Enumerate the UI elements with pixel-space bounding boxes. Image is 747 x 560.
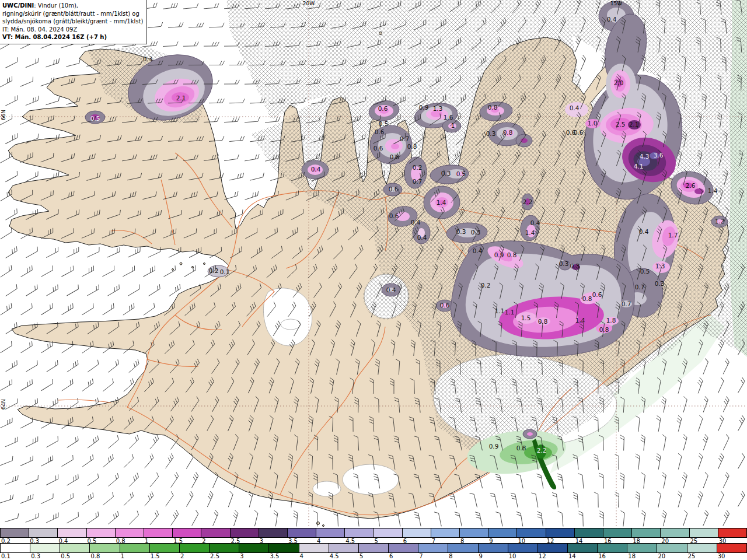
rain-scale-cell: 16 [603, 528, 632, 537]
rain-scale-cell: 0.2 [0, 528, 29, 537]
rain-scale-cell: 9 [488, 528, 517, 537]
snow-scale-tick: 0.3 [31, 554, 40, 559]
snow-scale-tick: 0.1 [1, 554, 11, 559]
snow-scale-tick: 16 [598, 554, 606, 559]
snow-scale-cell: 10 [508, 544, 538, 552]
snow-scale-cell: 0.5 [60, 544, 90, 552]
rain-scale-cell: 5 [374, 528, 402, 537]
rain-scale-cell: 1 [144, 528, 173, 537]
snow-scale-cell: 0.3 [30, 544, 60, 552]
snow-scale-tick: 10 [509, 554, 516, 559]
map-area: 0.32.10.50.42.00.60.91.31.60.80.510.41.0… [0, 0, 747, 528]
rain-scale-cell: 3 [259, 528, 288, 537]
rain-scale-cell: 18 [632, 528, 661, 537]
model-info-box: UWC/DINI: Vindur (10m), rigning/skúrir (… [0, 0, 147, 44]
rain-scale-cell: 1.5 [173, 528, 201, 537]
snow-scale-tick: 0.8 [90, 554, 100, 559]
rain-scale-cell: 0.3 [29, 528, 58, 537]
snow-scale-cell: 6 [389, 544, 418, 552]
snow-scale-cell: 16 [598, 544, 627, 552]
rain-scale-cell: 2.5 [231, 528, 259, 537]
snow-scale-cell: 5 [359, 544, 389, 552]
snow-scale-tick: 25 [688, 554, 696, 559]
snow-scale-cell: 0.1 [0, 544, 30, 552]
snow-scale-cell: 4.5 [329, 544, 359, 552]
rain-scale-cell: 12 [546, 528, 575, 537]
rain-sc scale: 0.20.30.40.50.811.522.533.544.5567891012… [0, 528, 747, 538]
rain-scale-cell: 0.8 [116, 528, 144, 537]
rain-legend-note: rigning/skúrir (grænt/blátt/rautt - mm/1… [2, 10, 143, 18]
snow-scale: 0.10.30.50.811.522.533.544.5567891012141… [0, 543, 747, 553]
snow-scale-tick: 3.5 [270, 554, 279, 559]
init-time: IT: Mán. 08. 04. 2024 09Z [2, 26, 143, 34]
snow-scale-cell: 8 [448, 544, 478, 552]
rain-scale-cell: 10 [517, 528, 546, 537]
snow-scale-tick: 30 [718, 554, 725, 559]
model-name: UWC/DINI [2, 2, 34, 9]
snow-scale-cell: 18 [627, 544, 657, 552]
snow-scale-cell: 1 [120, 544, 150, 552]
latitude-label: 66N [1, 110, 6, 120]
model-title: UWC/DINI: Vindur (10m), [2, 2, 143, 10]
snow-scale-tick: 2.5 [210, 554, 219, 559]
snow-scale-cell: 9 [479, 544, 508, 552]
snow-scale-tick: 1.5 [151, 554, 160, 559]
sleet-legend-note: slydda/snjókoma (grátt/bleikt/grænt - mm… [2, 18, 143, 26]
rain-scale-cell: 14 [575, 528, 603, 537]
snow-scale-tick: 12 [539, 554, 546, 559]
iceland-weather-map [0, 0, 747, 528]
snow-scale-tick: 2 [180, 554, 184, 559]
snow-scale-tick: 0.5 [61, 554, 70, 559]
rain-scale-cell: 25 [690, 528, 718, 537]
rain-scale-cell: 2 [201, 528, 230, 537]
snow-scale-tick: 7 [419, 554, 423, 559]
snow-scale-tick: 3 [240, 554, 243, 559]
snow-scale-cell: 3 [239, 544, 269, 552]
latitude-label: 64N [1, 399, 6, 410]
snow-scale-cell: 1.5 [150, 544, 180, 552]
rain-scale-cell: 4.5 [345, 528, 374, 537]
rain-scale-cell: 4 [316, 528, 345, 537]
snow-scale-cell: 4 [299, 544, 329, 552]
snow-scale-tick: 1 [121, 554, 124, 559]
snow-scale-cell: 14 [568, 544, 598, 552]
rain-scale-cell: 0.4 [58, 528, 86, 537]
longitude-label: 20W [303, 1, 315, 6]
snow-scale-cell: 7 [418, 544, 448, 552]
valid-time: VT: Mán. 08.04.2024 16Z (+7 h) [2, 33, 143, 41]
snow-scale-cell: 30 [717, 544, 747, 552]
snow-scale-cell: 0.8 [90, 544, 120, 552]
snow-scale-tick: 8 [449, 554, 452, 559]
longitude-label: 15W [610, 1, 622, 6]
snow-scale-cell: 12 [538, 544, 568, 552]
rain-scale-cell: 20 [661, 528, 689, 537]
snow-scale-cell: 25 [687, 544, 717, 552]
snow-scale-tick: 20 [658, 554, 665, 559]
snow-scale-cell: 20 [657, 544, 687, 552]
weather-chart-page: 0.32.10.50.42.00.60.91.31.60.80.510.41.0… [0, 0, 747, 560]
rain-scale-cell: 6 [403, 528, 431, 537]
snow-scale-tick: 5 [359, 554, 363, 559]
snow-scale-cell: 2.5 [210, 544, 239, 552]
rain-scale-cell: 3.5 [288, 528, 316, 537]
snow-scale-tick: 4 [300, 554, 303, 559]
rain-scale-cell: 30 [718, 528, 747, 537]
snow-scale-tick: 6 [389, 554, 393, 559]
rain-scale-cell: 8 [460, 528, 488, 537]
rain-scale-cell: 7 [431, 528, 460, 537]
snow-scale-tick: 14 [568, 554, 576, 559]
snow-scale-tick: 18 [628, 554, 636, 559]
snow-scale-tick: 4.5 [330, 554, 339, 559]
snow-scale-tick: 9 [479, 554, 483, 559]
rain-scale-cell: 0.5 [87, 528, 116, 537]
precip-legend: 0.20.30.40.50.811.522.533.544.5567891012… [0, 528, 747, 560]
snow-scale-cell: 2 [180, 544, 210, 552]
snow-scale-cell: 3.5 [269, 544, 299, 552]
